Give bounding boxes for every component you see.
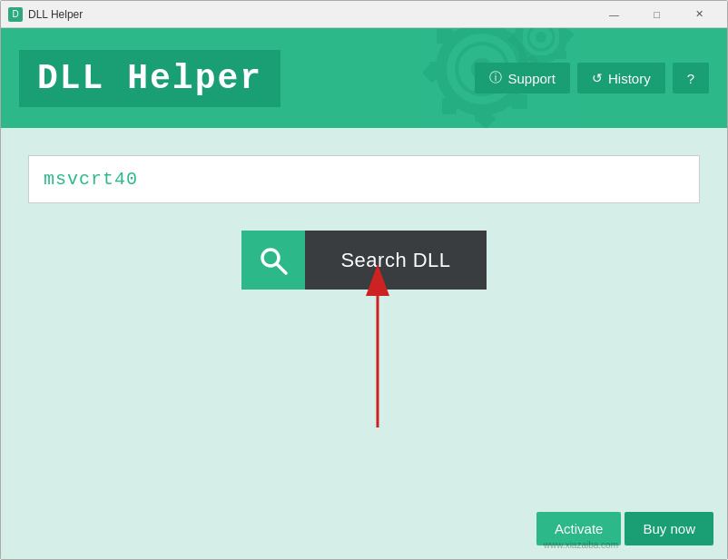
history-icon: ↺ bbox=[592, 71, 603, 85]
window-title: DLL Helper bbox=[28, 8, 83, 21]
svg-rect-21 bbox=[556, 50, 566, 59]
svg-line-28 bbox=[277, 264, 286, 273]
header-buttons: ⓘ Support ↺ History ? bbox=[475, 63, 709, 93]
search-input[interactable] bbox=[28, 155, 700, 203]
app-window: D DLL Helper — □ ✕ bbox=[0, 0, 728, 560]
watermark: www.xiazaiba.com bbox=[544, 540, 618, 550]
titlebar: D DLL Helper — □ ✕ bbox=[1, 1, 727, 28]
svg-rect-9 bbox=[442, 98, 457, 114]
app-icon: D bbox=[8, 7, 23, 22]
help-icon: ? bbox=[687, 71, 694, 86]
main-content: Search DLL Activate Buy now www.xiazaiba… bbox=[1, 128, 727, 559]
svg-rect-2 bbox=[475, 28, 489, 33]
svg-rect-23 bbox=[519, 52, 528, 63]
support-button[interactable]: ⓘ Support bbox=[475, 63, 570, 93]
app-title: DLL Helper bbox=[19, 50, 280, 107]
support-label: Support bbox=[507, 71, 556, 86]
close-button[interactable]: ✕ bbox=[679, 1, 720, 28]
titlebar-left: D DLL Helper bbox=[8, 7, 83, 22]
titlebar-controls: — □ ✕ bbox=[594, 1, 720, 28]
history-label: History bbox=[608, 71, 651, 86]
support-icon: ⓘ bbox=[489, 70, 502, 86]
search-icon bbox=[258, 245, 289, 276]
svg-rect-7 bbox=[511, 94, 527, 109]
search-icon-box bbox=[241, 231, 305, 290]
svg-rect-11 bbox=[437, 29, 453, 44]
app-header: DLL Helper ⓘ Support ↺ History ? bbox=[1, 28, 727, 128]
svg-point-26 bbox=[536, 32, 546, 43]
help-button[interactable]: ? bbox=[673, 63, 709, 93]
minimize-button[interactable]: — bbox=[594, 1, 635, 28]
buynow-button[interactable]: Buy now bbox=[625, 512, 713, 545]
arrow-annotation bbox=[355, 255, 400, 440]
svg-marker-30 bbox=[366, 264, 389, 296]
history-button[interactable]: ↺ History bbox=[577, 63, 665, 93]
search-input-wrapper bbox=[28, 155, 700, 203]
maximize-button[interactable]: □ bbox=[636, 1, 677, 28]
